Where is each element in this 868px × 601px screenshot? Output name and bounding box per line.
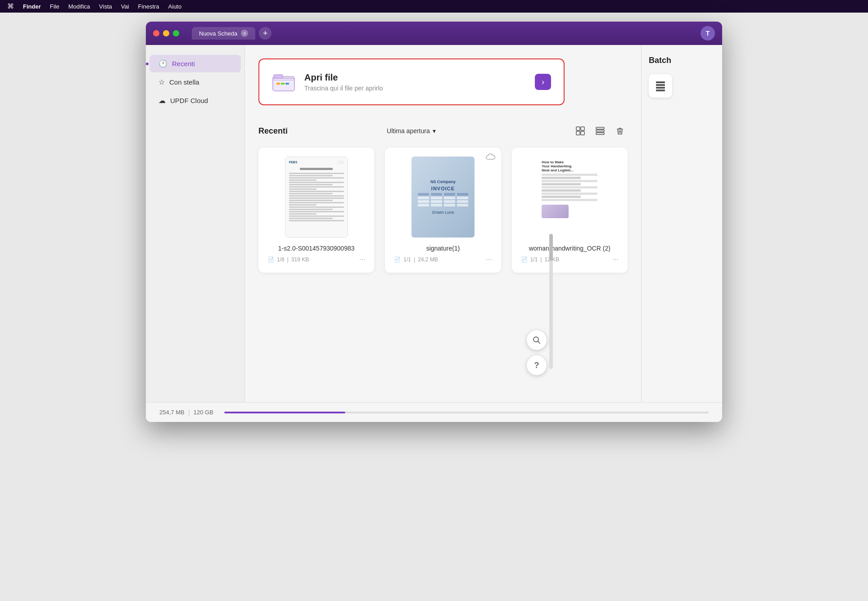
finder-menu[interactable]: Finder	[23, 3, 41, 10]
svg-rect-15	[656, 84, 665, 86]
svg-rect-12	[596, 133, 604, 135]
clock-icon: 🕐	[158, 59, 167, 68]
scroll-thumb[interactable]	[549, 234, 553, 261]
file-pages-handwriting: 1/1	[530, 256, 538, 263]
svg-rect-14	[656, 81, 665, 83]
file-size-sep-invoice: |	[414, 256, 415, 263]
traffic-lights	[153, 30, 179, 36]
file-menu[interactable]: File	[50, 3, 59, 10]
file-card-invoice[interactable]: NS Company INVOICE	[385, 148, 501, 273]
sidebar: 🕐 Recenti ☆ Con stella ☁ UPDF Cloud	[146, 45, 245, 402]
new-tab-button[interactable]: +	[259, 27, 271, 40]
cloud-icon: ☁	[158, 96, 166, 105]
sidebar-item-con-stella[interactable]: ☆ Con stella	[149, 73, 241, 91]
vista-menu[interactable]: Vista	[99, 3, 112, 10]
open-file-subtitle: Trascina qui il file per aprirlo	[304, 85, 383, 92]
tab-close-button[interactable]: ×	[241, 30, 248, 37]
file-meta-handwriting: 📄 1/1 | 12 KB ···	[521, 256, 619, 264]
status-bar: 254,7 MB | 120 GB	[146, 402, 722, 422]
file-card-handwriting[interactable]: How to MakeYour HandwritingNeat and Legi…	[512, 148, 628, 273]
open-file-title: Apri file	[304, 72, 383, 83]
svg-rect-16	[656, 87, 665, 89]
status-size: 254,7 MB	[159, 409, 185, 416]
file-menu-handwriting[interactable]: ···	[613, 256, 619, 264]
modifica-menu[interactable]: Modifica	[68, 3, 90, 10]
file-thumbnail-handwriting: How to MakeYour HandwritingNeat and Legi…	[538, 157, 601, 238]
svg-rect-2	[274, 75, 283, 78]
recents-title: Recenti	[258, 126, 288, 136]
tab-container: Nuova Scheda × +	[192, 27, 271, 40]
batch-icon-button[interactable]	[649, 74, 672, 98]
tab-nuova-scheda[interactable]: Nuova Scheda ×	[192, 27, 255, 40]
grid-view-button[interactable]	[573, 123, 588, 139]
sidebar-item-updf-cloud[interactable]: ☁ UPDF Cloud	[149, 92, 241, 109]
open-file-arrow-button[interactable]: ›	[535, 74, 551, 90]
file-thumbnail-academic: FEBS ⬚⬚	[285, 157, 348, 238]
file-menu-invoice[interactable]: ···	[486, 256, 492, 264]
main-content: 🕐 Recenti ☆ Con stella ☁ UPDF Cloud	[146, 45, 722, 402]
arrow-icon: ›	[542, 77, 544, 87]
open-file-text: Apri file Trascina qui il file per aprir…	[304, 72, 383, 92]
file-name-invoice: signature(1)	[426, 245, 460, 252]
menu-bar: ⌘ Finder File Modifica Vista Vai Finestr…	[0, 0, 868, 13]
page-icon-academic: 📄	[267, 256, 274, 263]
sort-label: Ultima apertura	[387, 127, 430, 135]
batch-panel: Batch	[641, 45, 722, 402]
status-divider: |	[188, 408, 190, 417]
cloud-badge	[486, 153, 496, 162]
svg-rect-10	[596, 127, 604, 129]
storage-progress-fill	[224, 412, 345, 413]
help-fab[interactable]: ?	[527, 355, 547, 375]
file-name-academic: 1-s2.0-S001457930900983	[278, 245, 355, 252]
file-menu-academic[interactable]: ···	[359, 256, 365, 264]
page-icon-handwriting: 📄	[521, 256, 528, 263]
avatar[interactable]: T	[701, 26, 715, 40]
file-name-handwriting: woman-handwriting_OCR (2)	[529, 245, 610, 252]
svg-rect-6	[576, 127, 580, 130]
status-capacity: 120 GB	[194, 409, 213, 416]
minimize-button[interactable]	[163, 30, 169, 36]
sort-dropdown[interactable]: Ultima apertura ▾	[387, 127, 436, 135]
svg-point-13	[533, 337, 538, 342]
svg-rect-9	[581, 131, 584, 135]
svg-rect-7	[581, 127, 584, 130]
svg-rect-5	[285, 83, 289, 85]
file-pages-academic: 1/8	[277, 256, 285, 263]
fab-container: ?	[527, 330, 547, 375]
file-meta-invoice: 📄 1/1 | 24,2 MB ···	[394, 256, 492, 264]
main-window: Nuova Scheda × + T 🕐 Recenti ☆ Con stell…	[146, 22, 722, 422]
storage-progress-bar	[224, 412, 709, 413]
sidebar-item-label-recenti: Recenti	[172, 60, 195, 67]
file-size-academic: 319 KB	[291, 256, 309, 263]
apple-menu[interactable]: ⌘	[7, 2, 14, 10]
svg-rect-3	[276, 83, 280, 85]
file-grid: FEBS ⬚⬚	[258, 148, 628, 273]
sidebar-item-recenti[interactable]: 🕐 Recenti	[149, 55, 241, 72]
svg-rect-4	[281, 83, 285, 85]
content-area: Apri file Trascina qui il file per aprir…	[245, 45, 641, 402]
file-size-invoice: 24,2 MB	[418, 256, 438, 263]
maximize-button[interactable]	[173, 30, 179, 36]
recents-header: Recenti Ultima apertura ▾	[258, 123, 628, 139]
page-icon-invoice: 📄	[394, 256, 401, 263]
scroll-track[interactable]	[549, 234, 553, 369]
svg-rect-8	[576, 131, 580, 135]
file-card-academic[interactable]: FEBS ⬚⬚	[258, 148, 374, 273]
title-bar: Nuova Scheda × + T	[146, 22, 722, 45]
open-file-dropzone[interactable]: Apri file Trascina qui il file per aprir…	[258, 58, 565, 105]
file-pages-invoice: 1/1	[403, 256, 411, 263]
vai-menu[interactable]: Vai	[121, 3, 129, 10]
star-icon: ☆	[158, 78, 165, 86]
trash-button[interactable]	[612, 123, 628, 139]
tab-label: Nuova Scheda	[199, 30, 237, 37]
list-view-button[interactable]	[592, 123, 608, 139]
search-fab[interactable]	[527, 330, 547, 350]
sort-arrow-icon: ▾	[433, 127, 436, 135]
finestra-menu[interactable]: Finestra	[138, 3, 159, 10]
file-meta-academic: 📄 1/8 | 319 KB ···	[267, 256, 365, 264]
view-icons	[573, 123, 628, 139]
sidebar-item-label-cloud: UPDF Cloud	[170, 97, 208, 104]
aiuto-menu[interactable]: Aiuto	[168, 3, 182, 10]
svg-rect-11	[596, 130, 604, 132]
close-button[interactable]	[153, 30, 159, 36]
